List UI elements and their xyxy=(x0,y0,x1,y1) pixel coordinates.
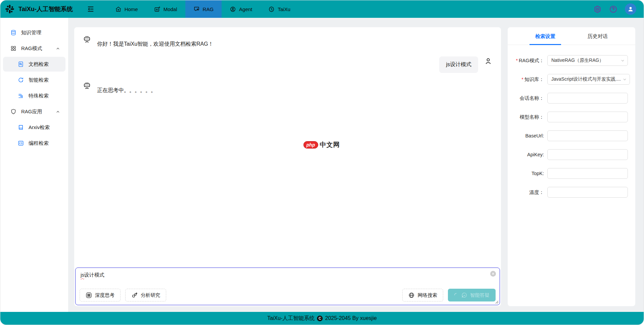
book-icon xyxy=(18,124,24,130)
settings-form: *RAG模式： NativeRAG（原生RAG） *知识库： JavaScrip… xyxy=(508,45,635,198)
field-label: TopK: xyxy=(508,171,547,176)
robot-icon xyxy=(83,82,91,94)
nav-taixu[interactable]: TaiXu xyxy=(260,0,298,18)
app-footer: TaiXu-人工智能系统 C 2025-2045 By xuesjie xyxy=(0,312,644,325)
sidebar-item-knowledge[interactable]: 知识管理 xyxy=(3,25,65,40)
tab-retrieval-settings[interactable]: 检索设置 xyxy=(519,27,571,45)
nav-modal-label: Modal xyxy=(164,6,177,12)
sidebar-item-doc-search[interactable]: 文档检索 xyxy=(3,57,65,72)
shield-icon xyxy=(10,109,16,115)
sidebar-item-label: 特殊检索 xyxy=(29,93,49,99)
sidebar-item-label: 编程检索 xyxy=(29,140,49,147)
chat-bubble-icon xyxy=(461,292,467,298)
chevron-up-icon xyxy=(56,110,60,114)
form-row-rag-mode: *RAG模式： NativeRAG（原生RAG） xyxy=(508,55,628,66)
code-icon xyxy=(18,140,24,146)
app-window: TaiXu-人工智能系统 Home xyxy=(0,0,644,325)
input-text: 设计模式 xyxy=(84,272,104,278)
required-marker: * xyxy=(516,58,518,63)
nav-rag[interactable]: RAG xyxy=(185,0,222,18)
home-icon xyxy=(115,6,122,12)
field-label: *RAG模式： xyxy=(508,57,547,64)
bot-message: 正在思考中。。。。。。 xyxy=(83,82,492,94)
rag-mode-select[interactable]: NativeRAG（原生RAG） xyxy=(547,55,628,66)
user-avatar[interactable] xyxy=(625,3,636,15)
form-row-session-name: 会话名称： xyxy=(508,93,628,104)
settings-gear-icon[interactable] xyxy=(593,5,602,13)
analysis-button[interactable]: 分析研究 xyxy=(125,289,166,301)
nav-home-label: Home xyxy=(125,6,138,12)
field-label: BaseUrl: xyxy=(508,133,547,138)
tab-history-dialog[interactable]: 历史对话 xyxy=(571,27,624,45)
nav-agent[interactable]: Agent xyxy=(222,0,260,18)
sidebar-item-arxiv-search[interactable]: Arxiv检索 xyxy=(3,120,65,135)
php-cn-watermark: php 中文网 xyxy=(304,140,340,149)
deep-think-button[interactable]: 深度思考 xyxy=(80,289,121,301)
user-message-text: js设计模式 xyxy=(439,56,478,73)
composer-actions: 深度思考 分析研究 xyxy=(80,289,496,301)
atom-icon xyxy=(86,292,92,298)
apikey-input[interactable] xyxy=(548,150,628,160)
app-title: TaiXu-人工智能系统 xyxy=(18,5,73,13)
field-label: *知识库： xyxy=(508,76,547,83)
help-icon[interactable] xyxy=(609,5,617,13)
sidebar-item-label: 智能检索 xyxy=(29,77,49,83)
form-row-model-name: 模型名称： xyxy=(508,112,628,122)
sidebar-group-label: RAG应用 xyxy=(21,109,42,115)
loading-spinner-icon xyxy=(454,293,459,297)
form-row-baseurl: BaseUrl: xyxy=(508,130,628,141)
smart-answer-button[interactable]: 智能答疑 xyxy=(448,289,496,301)
form-row-knowledge-base: *知识库： JavaScript设计模式与开发实践.... xyxy=(508,74,628,85)
required-marker: * xyxy=(521,77,523,82)
clear-input-button[interactable] xyxy=(490,271,496,277)
app-logo-icon xyxy=(5,4,15,14)
sidebar-group-rag-apps[interactable]: RAG应用 xyxy=(3,104,65,119)
deep-think-label: 深度思考 xyxy=(95,292,114,298)
chevron-down-icon xyxy=(620,58,625,63)
document-search-icon xyxy=(18,61,24,67)
field-label: ApiKey: xyxy=(508,152,547,157)
sidebar: 知识管理 RAG模式 xyxy=(0,18,68,312)
form-row-apikey: ApiKey: xyxy=(508,149,628,160)
model-name-input[interactable] xyxy=(548,112,628,122)
form-row-topk: TopK: xyxy=(508,168,628,179)
copyright-icon: C xyxy=(317,316,323,321)
menu-collapse-icon[interactable] xyxy=(87,5,94,13)
sidebar-item-smart-search[interactable]: 智能检索 xyxy=(3,73,65,87)
nav-home[interactable]: Home xyxy=(107,0,146,18)
sidebar-group-rag-mode[interactable]: RAG模式 xyxy=(3,41,65,56)
main-nav: Home AI Modal xyxy=(107,0,298,18)
sidebar-item-code-search[interactable]: 编程检索 xyxy=(3,136,65,151)
rag-flag-icon xyxy=(193,6,200,12)
bot-message-text: 正在思考中。。。。。。 xyxy=(97,87,156,94)
svg-text:AI: AI xyxy=(155,8,158,11)
robot-icon xyxy=(83,35,91,48)
chevron-up-icon xyxy=(56,46,60,51)
session-name-input[interactable] xyxy=(548,93,628,103)
tab-label: 检索设置 xyxy=(535,33,555,39)
footer-brand: TaiXu-人工智能系统 xyxy=(267,315,315,322)
web-search-button[interactable]: 网络搜索 xyxy=(402,289,443,301)
nav-agent-label: Agent xyxy=(239,6,252,12)
select-value: JavaScript设计模式与开发实践.... xyxy=(548,76,630,82)
baseurl-input[interactable] xyxy=(548,131,628,141)
sidebar-item-special-search[interactable]: 特殊检索 xyxy=(3,88,65,103)
knowledge-base-select[interactable]: JavaScript设计模式与开发实践.... xyxy=(547,74,630,85)
agent-icon xyxy=(230,6,236,12)
temperature-input[interactable] xyxy=(548,187,628,197)
settings-tabs: 检索设置 历史对话 xyxy=(508,27,635,45)
nav-modal[interactable]: AI Modal xyxy=(146,0,185,18)
message-composer: js设计模式 xyxy=(75,268,500,305)
resize-handle[interactable] xyxy=(495,300,499,304)
input-text-misspelled: js xyxy=(81,272,84,278)
nav-rag-label: RAG xyxy=(203,6,214,12)
taixu-icon xyxy=(268,6,275,12)
app-header: TaiXu-人工智能系统 Home xyxy=(0,0,644,18)
sidebar-item-label: 知识管理 xyxy=(21,30,41,36)
sidebar-group-label: RAG模式 xyxy=(21,45,42,52)
chat-panel: 你好！我是TaiXu智能，欢迎使用文档检索RAG！ js设计模式 xyxy=(74,27,501,306)
topk-input[interactable] xyxy=(548,168,628,178)
php-badge: php xyxy=(304,141,318,149)
chevron-down-icon xyxy=(623,77,627,82)
message-input[interactable]: js设计模式 xyxy=(76,268,500,283)
